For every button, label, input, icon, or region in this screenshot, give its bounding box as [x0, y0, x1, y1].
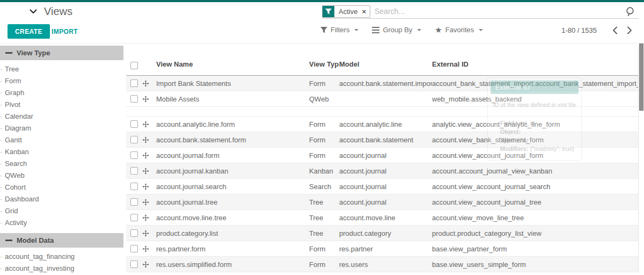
sidebar-item-tree[interactable]: Tree [0, 63, 123, 75]
favorites-menu[interactable]: ★ Favorites [435, 26, 483, 34]
page-title: Views [44, 5, 72, 18]
vertical-scrollbar-thumb[interactable] [639, 44, 643, 111]
row-model: product.category [339, 229, 432, 237]
row-checkbox[interactable] [130, 151, 138, 159]
drag-handle-icon[interactable] [142, 245, 149, 252]
caret-down-icon [354, 29, 358, 31]
sidebar-item-qweb[interactable]: QWeb [0, 170, 123, 182]
row-checkbox[interactable] [130, 245, 138, 252]
row-type: Tree [309, 229, 339, 237]
sidebar-item-kanban[interactable]: Kanban [0, 146, 123, 158]
caret-down-icon [479, 29, 483, 31]
group-by-menu[interactable]: Group By [372, 26, 421, 34]
facet-remove-icon[interactable]: × [360, 6, 370, 17]
table-header: View Name View Type Model External ID [126, 46, 638, 76]
sidebar-item-dashboard[interactable]: Dashboard [0, 193, 123, 205]
row-model: account.journal [339, 183, 432, 191]
sidebar-item-form[interactable]: Form [0, 75, 123, 87]
drag-handle-icon[interactable] [142, 152, 149, 159]
row-type: Form [309, 245, 339, 253]
sidebar-item-activity[interactable]: Activity [0, 217, 123, 229]
sidebar-item-account-tag-investing[interactable]: account_tag_investing [0, 263, 123, 274]
drag-handle-icon[interactable] [142, 183, 149, 190]
column-header-model[interactable]: Model [339, 60, 432, 75]
search-input[interactable] [370, 7, 625, 16]
row-checkbox[interactable] [130, 214, 138, 221]
row-model: account.journal [339, 198, 432, 206]
caret-down-icon [417, 29, 421, 31]
search-bar[interactable]: Active × [322, 4, 639, 19]
row-type: QWeb [309, 95, 339, 103]
search-icon[interactable] [625, 6, 639, 17]
create-button[interactable]: CREATE [8, 24, 50, 39]
drag-handle-icon[interactable] [142, 96, 149, 103]
drag-handle-icon[interactable] [142, 199, 149, 206]
row-name: Mobile Assets [156, 95, 309, 103]
sidebar-item-diagram[interactable]: Diagram [0, 122, 123, 134]
row-name: account.bank.statement.form [156, 136, 309, 144]
row-checkbox[interactable] [130, 79, 138, 87]
row-checkbox[interactable] [130, 229, 138, 237]
drag-handle-icon[interactable] [142, 121, 149, 128]
row-type: Form [309, 120, 339, 128]
minus-icon [5, 52, 12, 54]
pager-next-button[interactable] [622, 26, 636, 34]
sidebar-item-pivot[interactable]: Pivot [0, 99, 123, 111]
row-checkbox[interactable] [130, 260, 138, 268]
tooltip-prop: Field: xml_id [500, 119, 579, 128]
row-checkbox[interactable] [130, 95, 138, 103]
tooltip-prop: Modifiers: {"readonly": true} [500, 145, 579, 154]
select-all-checkbox[interactable] [130, 62, 138, 69]
drag-handle-icon[interactable] [142, 230, 149, 237]
chevron-down-icon[interactable] [30, 9, 37, 14]
row-type: Tree [309, 198, 339, 206]
drag-handle-icon[interactable] [142, 214, 149, 221]
column-header-view-name[interactable]: View Name [156, 60, 309, 75]
import-button[interactable]: IMPORT [52, 24, 78, 39]
row-checkbox[interactable] [130, 167, 138, 175]
filters-menu[interactable]: Filters [320, 26, 358, 34]
column-header-external-id[interactable]: External ID [432, 60, 638, 75]
row-name: account.journal.kanban [156, 167, 309, 175]
row-checkbox[interactable] [130, 183, 138, 190]
row-external-id: account.view_account_journal_search [432, 183, 638, 191]
menu-label: Group By [383, 26, 412, 34]
table-row[interactable]: account.move.line.tree Tree account.move… [126, 210, 638, 226]
top-nav-strip [0, 0, 644, 2]
row-checkbox[interactable] [130, 198, 138, 206]
minus-icon [5, 240, 12, 241]
row-checkbox[interactable] [130, 120, 138, 128]
sidebar-item-calendar[interactable]: Calendar [0, 111, 123, 122]
facet-label: Active [334, 6, 360, 17]
sidebar-item-grid[interactable]: Grid [0, 205, 123, 217]
sidebar-item-account-tag-financing[interactable]: account_tag_financing [0, 251, 123, 263]
row-name: account.journal.search [156, 183, 309, 191]
table-row[interactable]: product.category.list Tree product.categ… [126, 226, 638, 241]
table-row[interactable]: account.journal.search Search account.jo… [126, 179, 638, 194]
drag-handle-icon[interactable] [142, 136, 149, 143]
table-row[interactable]: account.journal.kanban Kanban account.jo… [126, 163, 638, 179]
sidebar-item-search[interactable]: Search [0, 158, 123, 170]
drag-handle-icon[interactable] [142, 261, 149, 268]
search-facet-active[interactable]: Active × [322, 5, 370, 18]
sidebar-item-gantt[interactable]: Gantt [0, 134, 123, 146]
sidebar-item-cohort[interactable]: Cohort [0, 182, 123, 193]
table-row[interactable]: res.users.simplified.form Form res.users… [126, 257, 638, 272]
pager-previous-button[interactable] [608, 26, 622, 34]
row-name: account.analytic.line.form [156, 120, 309, 128]
drag-handle-icon[interactable] [142, 168, 149, 175]
table-row[interactable]: account.journal.tree Tree account.journa… [126, 194, 638, 210]
sidebar-item-graph[interactable]: Graph [0, 87, 123, 99]
row-type: Form [309, 136, 339, 144]
column-header-view-type[interactable]: View Type [309, 60, 339, 75]
pager: 1-80 / 1535 [561, 26, 636, 34]
row-checkbox[interactable] [130, 136, 138, 143]
drag-handle-icon[interactable] [142, 80, 149, 87]
row-model: account.bank.statement [339, 136, 432, 144]
row-external-id: base.view_partner_form [432, 245, 638, 253]
table-row[interactable]: res.partner.form Form res.partner base.v… [126, 241, 638, 257]
row-external-id: product.product_category_list_view [432, 229, 638, 237]
filter-icon [323, 6, 334, 17]
row-external-id: account.view_move_line_tree [432, 214, 638, 222]
menu-label: Filters [331, 26, 349, 34]
